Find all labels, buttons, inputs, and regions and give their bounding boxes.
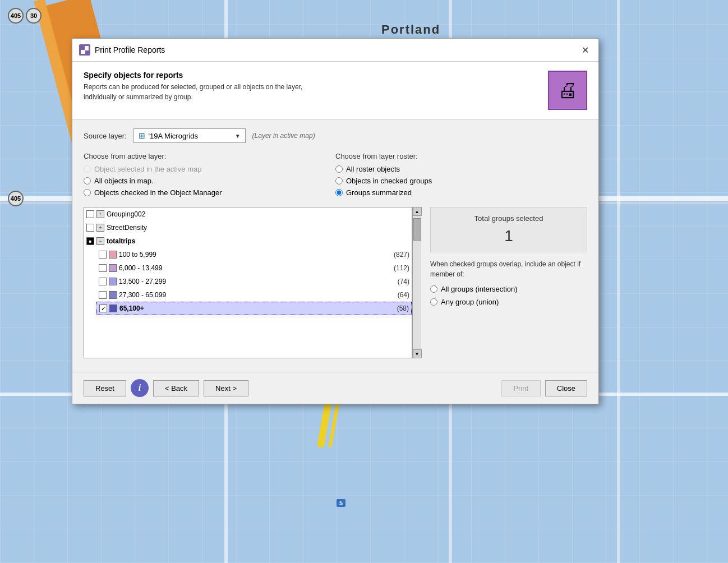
- print-button[interactable]: Print: [501, 380, 541, 396]
- roster-title: Choose from layer roster:: [335, 152, 587, 160]
- route-badge-30: 30: [26, 8, 42, 24]
- group-count-65100plus: (58): [397, 304, 409, 312]
- scroll-down-btn[interactable]: ▼: [413, 349, 422, 358]
- groups-selected-value: 1: [437, 227, 580, 245]
- header-title: Specify objects for reports: [84, 71, 302, 80]
- radio-all-objects[interactable]: All objects in map.: [84, 177, 335, 185]
- checkbox-totaltrips[interactable]: [86, 237, 94, 245]
- group-count-6000-13499: (112): [394, 264, 409, 272]
- expand-totaltrips[interactable]: −: [96, 237, 104, 245]
- checkbox-13500-27299[interactable]: [99, 278, 107, 285]
- layer-status-label: (Layer in active map): [252, 132, 315, 140]
- groups-selected-label: Total groups selected: [437, 214, 580, 223]
- group-name-grouping002: Grouping002: [107, 210, 145, 218]
- group-item-13500-27299[interactable]: 13,500 - 27,299 (74): [96, 275, 412, 288]
- road-sign-5: 5: [337, 499, 345, 507]
- route-badge-405: 405: [8, 8, 24, 24]
- info-button[interactable]: i: [131, 379, 149, 397]
- checkbox-6000-13499[interactable]: [99, 264, 107, 272]
- groups-list[interactable]: + Grouping002 + StreetDensity: [84, 207, 412, 358]
- color-swatch-100-5999: [109, 251, 117, 259]
- group-name-65100plus: 65,100+: [119, 304, 144, 312]
- color-swatch-6000-13499: [109, 264, 117, 272]
- active-layer-title: Choose from active layer:: [84, 152, 335, 160]
- group-item-grouping002[interactable]: + Grouping002: [84, 207, 412, 221]
- reset-button[interactable]: Reset: [84, 380, 126, 396]
- two-col-layout: + Grouping002 + StreetDensity: [84, 207, 587, 358]
- color-swatch-13500-27299: [109, 278, 117, 285]
- radio-any-group-label: Any group (union): [441, 298, 499, 306]
- close-button[interactable]: ✕: [578, 43, 592, 57]
- next-button[interactable]: Next >: [204, 380, 248, 396]
- radio-groups-summarized-label: Groups summarized: [346, 188, 412, 197]
- radio-obj-checked[interactable]: Objects checked in the Object Manager: [84, 188, 335, 197]
- checkbox-grouping002[interactable]: [86, 210, 94, 218]
- group-name-27300-65099: 27,300 - 65,099: [119, 291, 166, 299]
- button-bar-left: Reset i < Back Next >: [84, 379, 248, 397]
- stats-box: Total groups selected 1: [430, 207, 587, 252]
- group-item-65100plus[interactable]: 65,100+ (58): [96, 302, 412, 315]
- roster-options: Choose from layer roster: All roster obj…: [335, 152, 587, 200]
- group-item-6000-13499[interactable]: 6,000 - 13,499 (112): [96, 261, 412, 275]
- radio-all-groups-label: All groups (intersection): [441, 285, 518, 293]
- overlap-section: When checked groups overlap, include an …: [430, 259, 587, 306]
- source-layer-dropdown[interactable]: ⊞ '19A Microgrids ▼: [133, 128, 246, 143]
- group-item-100-5999[interactable]: 100 to 5,999 (827): [96, 248, 412, 261]
- dialog: Print Profile Reports ✕ Specify objects …: [72, 38, 599, 404]
- route-badge-405b: 405: [8, 191, 24, 206]
- checkbox-27300-65099[interactable]: [99, 291, 107, 299]
- radio-all-roster-label: All roster objects: [346, 165, 400, 173]
- groups-panel: + Grouping002 + StreetDensity: [84, 207, 421, 358]
- color-swatch-27300-65099: [109, 291, 117, 299]
- group-item-streetdensity[interactable]: + StreetDensity: [84, 221, 412, 234]
- radio-any-group-union[interactable]: Any group (union): [430, 298, 587, 306]
- scroll-up-btn[interactable]: ▲: [413, 207, 422, 216]
- groups-list-container: + Grouping002 + StreetDensity: [84, 207, 421, 358]
- grid-icon: ⊞: [139, 131, 145, 140]
- color-swatch-65100plus: [109, 304, 117, 312]
- radio-all-roster[interactable]: All roster objects: [335, 165, 587, 173]
- radio-obj-checked-groups[interactable]: Objects in checked groups: [335, 177, 587, 185]
- button-bar: Reset i < Back Next > Print Close: [72, 372, 598, 404]
- header-desc-line1: Reports can be produced for selected, gr…: [84, 82, 302, 92]
- radio-obj-checked-groups-label: Objects in checked groups: [346, 177, 432, 185]
- expand-streetdensity[interactable]: +: [96, 224, 104, 232]
- header-text: Specify objects for reports Reports can …: [84, 71, 302, 102]
- group-count-13500-27299: (74): [398, 278, 409, 285]
- overlap-text: When checked groups overlap, include an …: [430, 259, 587, 279]
- right-panel: Total groups selected 1 When checked gro…: [430, 207, 587, 358]
- radio-all-groups-intersection[interactable]: All groups (intersection): [430, 285, 587, 293]
- radio-all-objects-label: All objects in map.: [94, 177, 154, 185]
- dropdown-arrow-icon: ▼: [235, 133, 241, 139]
- group-count-100-5999: (827): [394, 251, 409, 259]
- header-desc-line2: individually or summarized by group.: [84, 92, 302, 102]
- source-layer-value: '19A Microgrids: [149, 132, 198, 140]
- source-layer-label: Source layer:: [84, 132, 127, 140]
- group-name-6000-13499: 6,000 - 13,499: [119, 264, 162, 272]
- radio-obj-selected[interactable]: Object selected in the active map: [84, 165, 335, 173]
- radio-obj-selected-label: Object selected in the active map: [94, 165, 202, 173]
- scroll-thumb[interactable]: [413, 218, 421, 241]
- radio-obj-checked-label: Objects checked in the Object Manager: [94, 188, 222, 197]
- group-item-27300-65099[interactable]: 27,300 - 65,099 (64): [96, 288, 412, 302]
- groups-scrollbar[interactable]: ▲ ▼: [412, 207, 421, 358]
- button-bar-right: Print Close: [501, 380, 587, 396]
- header-printer-icon: 🖨: [548, 71, 587, 110]
- expand-grouping002[interactable]: +: [96, 210, 104, 218]
- group-name-streetdensity: StreetDensity: [107, 224, 147, 232]
- group-name-100-5999: 100 to 5,999: [119, 251, 156, 259]
- active-layer-options: Choose from active layer: Object selecte…: [84, 152, 335, 200]
- header-section: Specify objects for reports Reports can …: [72, 62, 598, 119]
- city-label: Portland: [381, 22, 440, 37]
- group-item-totaltrips[interactable]: − totaltrips: [84, 234, 412, 248]
- checkbox-100-5999[interactable]: [99, 251, 107, 259]
- group-name-totaltrips: totaltrips: [107, 237, 135, 245]
- checkbox-65100plus[interactable]: [99, 304, 107, 312]
- dialog-close-button[interactable]: Close: [545, 380, 587, 396]
- dialog-icon: [79, 44, 90, 56]
- checkbox-streetdensity[interactable]: [86, 224, 94, 232]
- back-button[interactable]: < Back: [153, 380, 199, 396]
- radio-groups-summarized[interactable]: Groups summarized: [335, 188, 587, 197]
- title-bar: Print Profile Reports ✕: [72, 39, 598, 62]
- options-row: Choose from active layer: Object selecte…: [84, 152, 587, 200]
